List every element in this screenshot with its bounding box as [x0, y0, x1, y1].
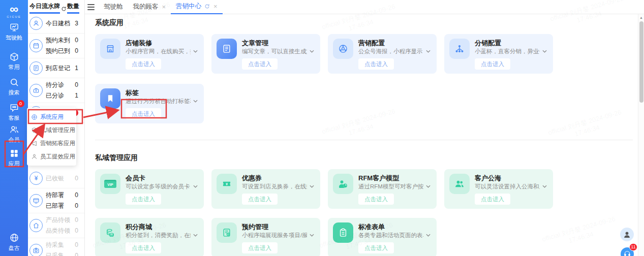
card-member-card[interactable]: VIP 会员卡 可以设定多等级的会员卡，并设... 点击进入 — [95, 169, 204, 209]
triage-bag-icon — [29, 84, 43, 97]
chevron-down-icon[interactable] — [193, 185, 198, 188]
tab-marketing-center[interactable]: 营销中心 × — [171, 0, 223, 14]
tab-dashboard[interactable]: 驾驶舱 — [99, 0, 128, 14]
flow-row[interactable]: 已采集 0 — [46, 250, 78, 256]
scroll-up-arrow[interactable]: ▲ — [638, 14, 644, 21]
menu-item-private-domain-apps[interactable]: 私域管理应用 — [27, 123, 76, 137]
enter-button[interactable]: 点击进入 — [358, 58, 394, 70]
card-article-management[interactable]: 文章管理 编写文章，可以直接生成文章海... 点击进入 — [211, 34, 320, 74]
enter-button[interactable]: 点击进入 — [126, 58, 161, 70]
chevron-down-icon[interactable] — [310, 234, 314, 237]
flow-row[interactable]: 今日建档 3 — [46, 18, 78, 29]
card-desc: 可设置到店兑换券，在线抵扣券... — [242, 182, 307, 190]
menu-item-system-apps[interactable]: 系统应用 — [27, 110, 76, 123]
menu-item-marketing-expansion-apps[interactable]: 营销拓客应用 — [27, 137, 76, 150]
hamburger-menu-icon[interactable] — [87, 3, 95, 12]
tab-label: 驾驶舱 — [104, 3, 123, 11]
scrollbar-thumb[interactable] — [639, 21, 643, 103]
rail-item-label: 驾驶舱 — [6, 34, 22, 42]
card-points-mall[interactable]: 积分商城 积分签到，消费奖励，在线购买... 点击进入 — [95, 218, 204, 256]
close-icon[interactable]: × — [213, 3, 218, 10]
card-store-decoration[interactable]: 店铺装修 小程序官网，在线购买，拼团，... 点击进入 — [95, 34, 204, 74]
card-standard-form[interactable]: 标准表单 各类专题和活动页面的表单可方... 点击进入 — [328, 218, 437, 256]
card-coupon[interactable]: ¥ 优惠券 可设置到店兑换券，在线抵扣券... 点击进入 — [211, 169, 320, 209]
calendar-icon — [29, 39, 43, 52]
chevron-down-icon[interactable] — [542, 50, 547, 53]
chevron-down-icon[interactable] — [542, 185, 547, 188]
flow-row[interactable]: 待部署 0 — [46, 190, 78, 201]
refresh-icon[interactable] — [61, 6, 67, 12]
card-booking-management[interactable]: 预约管理 小程序端展现服务项目/服务人... 点击进入 — [211, 218, 320, 256]
enter-button[interactable]: 点击进入 — [358, 194, 394, 205]
chevron-down-icon[interactable] — [193, 50, 198, 53]
rfm-model-icon — [333, 174, 353, 194]
card-machine-icon — [29, 194, 43, 207]
chevron-down-icon[interactable] — [310, 50, 314, 53]
card-desc: 通过行为分析自动打标签和员工... — [126, 97, 191, 105]
coupon-icon: ¥ — [217, 174, 237, 194]
home-icon — [29, 219, 43, 232]
enter-button-tag[interactable]: 点击进入 — [126, 108, 161, 119]
chevron-down-icon[interactable] — [426, 185, 431, 188]
chevron-down-icon[interactable] — [310, 185, 314, 188]
assistant-avatar[interactable] — [620, 228, 634, 241]
flow-row[interactable]: 已收银 0 — [46, 173, 78, 184]
enter-button[interactable]: 点击进入 — [242, 58, 278, 70]
rail-item-dashboard[interactable]: 驾驶舱 — [6, 22, 22, 42]
card-rfm-model[interactable]: RFM客户模型 通过RFM模型可对客户按活跃度... 点击进入 — [328, 169, 437, 209]
rail-item-members[interactable]: 会员 — [9, 124, 20, 144]
rail-item-service[interactable]: 0 客服 — [9, 103, 20, 122]
card-marketing-config[interactable]: 营销配置 公众号海报，小程序显示，小程... 点击进入 — [328, 34, 437, 74]
distribution-icon — [449, 39, 470, 59]
flow-panel-title: 今日流水牌 — [29, 2, 60, 14]
chevron-down-icon[interactable] — [426, 50, 431, 53]
globe-icon — [9, 233, 19, 243]
enter-button[interactable]: 点击进入 — [358, 242, 394, 253]
flow-group-capture: 待采集 0 已采集 0 — [28, 238, 84, 256]
card-distribution-config[interactable]: 分销配置 小蓝杯，直客分销，异业合作的... 点击进入 — [444, 34, 553, 74]
enter-button[interactable]: 点击进入 — [126, 194, 161, 205]
flow-row[interactable]: 到店登记 1 — [46, 63, 78, 74]
enter-button[interactable]: 点击进入 — [126, 242, 161, 253]
flow-row[interactable]: 预约未到 0 — [46, 35, 78, 46]
flow-row[interactable]: 已分诊 1 — [46, 90, 78, 101]
rail-item-search[interactable]: 搜索 — [9, 77, 20, 97]
enter-button[interactable]: 点击进入 — [475, 58, 510, 70]
chevron-down-icon[interactable] — [193, 100, 198, 103]
card-tag[interactable]: 标签 通过行为分析自动打标签和员工... 点击进入 — [95, 84, 204, 123]
rail-item-pangu[interactable]: 盘古 — [9, 233, 20, 252]
rail-item-apps[interactable]: 应用 — [9, 148, 20, 168]
vertical-scrollbar[interactable]: ▲ — [638, 14, 644, 256]
flow-row[interactable]: 待分诊 0 — [46, 80, 78, 90]
tab-my-customers[interactable]: 我的顾客 × — [128, 0, 171, 14]
card-desc: 各类专题和活动页面的表单可方... — [358, 231, 423, 239]
card-customer-pool[interactable]: 客户公海 可以灵活设置掉入公海和从公海... 点击进入 — [444, 169, 553, 209]
refresh-icon[interactable] — [204, 4, 210, 9]
rail-item-common[interactable]: 常用 — [9, 52, 20, 71]
flow-row[interactable]: 待采集 0 — [46, 240, 78, 250]
vip-card-icon: VIP — [100, 174, 120, 194]
menu-item-staff-efficiency-apps[interactable]: 员工提效应用 — [27, 150, 76, 163]
chevron-down-icon[interactable] — [193, 234, 198, 237]
close-icon[interactable]: × — [162, 4, 166, 10]
marketing-config-icon — [333, 39, 353, 59]
rail-item-label: 盘古 — [9, 244, 20, 252]
tab-label: 营销中心 — [176, 2, 201, 11]
flow-row[interactable]: 品类待领 0 — [46, 226, 78, 236]
enter-button[interactable]: 点击进入 — [242, 242, 278, 253]
megaphone-icon — [31, 140, 38, 147]
rail-item-label: 常用 — [9, 63, 20, 71]
customer-pool-icon — [449, 174, 470, 194]
flow-row[interactable]: 产品待领 0 — [46, 215, 78, 226]
booking-icon — [217, 222, 237, 243]
person-photo-icon — [623, 230, 631, 239]
enter-button[interactable]: 点击进入 — [242, 194, 278, 205]
flow-row[interactable]: 预约已到 0 — [46, 46, 78, 56]
card-title: 分销配置 — [475, 39, 547, 47]
storefront-icon — [100, 39, 120, 59]
search-icon — [9, 77, 19, 87]
enter-button[interactable]: 点击进入 — [475, 194, 510, 205]
chevron-down-icon[interactable] — [426, 234, 431, 237]
tag-icon — [100, 88, 120, 109]
flow-row[interactable]: 已部署 0 — [46, 201, 78, 211]
